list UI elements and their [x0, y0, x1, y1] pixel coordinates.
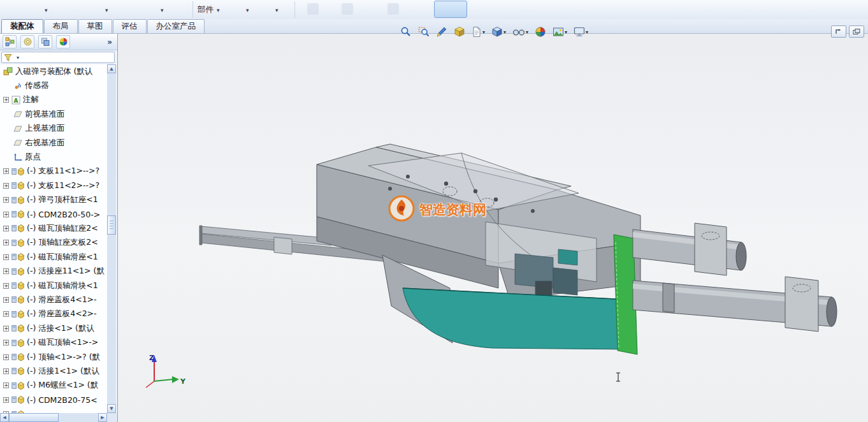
expand-icon[interactable]: +: [3, 354, 9, 360]
tree-item[interactable]: +(-) 滑座盖板4<2>-: [0, 307, 107, 321]
tree-item[interactable]: 原点: [0, 150, 107, 164]
feature-manager-tab[interactable]: [3, 35, 17, 48]
dropdown-arrow[interactable]: ▾: [275, 7, 278, 13]
expand-icon[interactable]: +: [3, 268, 9, 274]
zoom-to-area-icon[interactable]: [416, 22, 431, 41]
model-lower-cylinder[interactable]: [633, 277, 837, 331]
tree-item[interactable]: +(-) 磁瓦顶轴滑块<1: [0, 279, 107, 293]
tree-item[interactable]: 上视基准面: [0, 122, 107, 136]
model-upper-cylinder[interactable]: [633, 223, 746, 275]
expand-icon[interactable]: +: [3, 197, 9, 203]
tree-item[interactable]: +(-) 活接座11<1> (默: [0, 264, 107, 278]
chevron-down-icon[interactable]: ▾: [482, 29, 485, 35]
tab-评估[interactable]: 评估: [113, 19, 147, 33]
expand-icon[interactable]: +: [3, 397, 9, 403]
collapse-pane-button[interactable]: [831, 25, 846, 38]
tree-item[interactable]: +(-) 支板11<1>-->?: [0, 164, 107, 178]
expand-icon[interactable]: +: [3, 326, 9, 331]
part-icon: [11, 295, 24, 304]
tree-item[interactable]: 右视基准面: [0, 136, 107, 150]
expand-icon[interactable]: +: [3, 226, 9, 231]
section-view-icon[interactable]: [452, 22, 467, 41]
tab-布局[interactable]: 布局: [44, 19, 78, 33]
tree-item-label: 入磁弹弓装配体 (默认: [15, 66, 92, 77]
dropdown-arrow[interactable]: ▾: [161, 7, 164, 13]
expand-icon[interactable]: +: [3, 297, 9, 303]
ribbon-icon[interactable]: [342, 3, 353, 15]
view-settings-icon[interactable]: ▾: [572, 22, 590, 41]
graphics-viewport[interactable]: Z Y: [118, 34, 868, 422]
tree-item[interactable]: +(-) 活接<1> (默认: [0, 321, 107, 335]
tree-item[interactable]: +(-) 磁瓦顶轴滑座<1: [0, 250, 107, 264]
ribbon-icon[interactable]: [307, 3, 319, 15]
expand-icon[interactable]: +: [3, 183, 9, 189]
chevron-down-icon[interactable]: ▾: [565, 29, 567, 35]
chevron-down-icon[interactable]: ▾: [526, 29, 528, 35]
scroll-left-button[interactable]: ◀: [0, 413, 9, 422]
scrollbar-thumb[interactable]: [9, 413, 59, 422]
scroll-right-button[interactable]: ▶: [98, 413, 107, 422]
ribbon-icon[interactable]: [387, 3, 399, 15]
selection-filter[interactable]: ▾: [1, 52, 115, 63]
dropdown-arrow[interactable]: ▾: [217, 7, 220, 13]
dropdown-arrow[interactable]: ▾: [105, 7, 108, 13]
expand-icon[interactable]: +: [3, 254, 9, 260]
panel-overflow-chevron[interactable]: »: [107, 38, 112, 47]
expand-icon[interactable]: +: [3, 168, 9, 174]
hide-show-items-icon[interactable]: ▾: [510, 22, 530, 41]
tree-item[interactable]: +(-) 弹弓顶杆缸座<1: [0, 193, 107, 207]
tree-vertical-scrollbar[interactable]: ▲ ▼: [107, 64, 116, 413]
dropdown-arrow[interactable]: ▾: [45, 7, 48, 13]
part-icon: [11, 310, 24, 319]
tree-item[interactable]: 传感器: [0, 78, 107, 92]
expand-icon[interactable]: +: [3, 382, 9, 388]
model-base-plate[interactable]: [403, 288, 628, 349]
component-command-label[interactable]: 部件: [198, 4, 213, 15]
tab-办公室产品[interactable]: 办公室产品: [147, 19, 205, 33]
tree-item[interactable]: +(-) 活接1<1> (默认: [0, 364, 107, 378]
tree-item-label: (-) 磁瓦顶轴滑座<1: [27, 252, 98, 263]
tree-item[interactable]: +(-) M6螺丝<1> (默: [0, 379, 107, 393]
edit-appearance-icon[interactable]: [533, 22, 548, 41]
previous-view-icon[interactable]: [434, 22, 449, 41]
tree-item[interactable]: +(-) 滑座盖板4<1>-: [0, 293, 107, 307]
tree-item[interactable]: +(-) 顶轴缸座支板2<: [0, 236, 107, 250]
annotation-views-icon[interactable]: ▾: [470, 22, 487, 41]
part-icon: [11, 367, 24, 375]
split-view-button[interactable]: [849, 25, 864, 38]
chevron-down-icon[interactable]: ▾: [586, 29, 588, 35]
scroll-up-button[interactable]: ▲: [107, 64, 116, 73]
expand-icon[interactable]: +: [3, 97, 9, 103]
tree-item[interactable]: +(-) 磁瓦顶轴缸座2<: [0, 221, 107, 235]
display-manager-tab[interactable]: [56, 35, 70, 48]
zoom-to-fit-icon[interactable]: [398, 22, 414, 41]
tree-item[interactable]: +A注解: [0, 93, 107, 107]
tree-item[interactable]: +: [0, 407, 107, 413]
scroll-down-button[interactable]: ▼: [107, 404, 116, 413]
expand-icon[interactable]: +: [3, 240, 9, 245]
tree-item[interactable]: +(-) CDM2B20-75<: [0, 393, 107, 407]
tree-item[interactable]: +(-) CDM2B20-50->: [0, 207, 107, 221]
tree-item[interactable]: +(-) 顶轴<1>->? (默: [0, 350, 107, 364]
tab-装配体[interactable]: 装配体: [1, 19, 43, 33]
chevron-down-icon[interactable]: ▾: [503, 29, 506, 35]
apply-scene-icon[interactable]: ▾: [551, 22, 569, 41]
dropdown-arrow[interactable]: ▾: [246, 7, 249, 13]
tree-item[interactable]: 前视基准面: [0, 107, 107, 121]
expand-icon[interactable]: +: [3, 212, 9, 217]
view-orientation-icon[interactable]: ▾: [489, 22, 508, 41]
tree-horizontal-scrollbar[interactable]: ◀ ▶: [0, 413, 107, 422]
expand-icon[interactable]: +: [3, 368, 9, 374]
tree-item[interactable]: +(-) 支板11<2>-->?: [0, 178, 107, 193]
configuration-manager-tab[interactable]: [38, 35, 52, 48]
expand-icon[interactable]: +: [3, 311, 9, 317]
expand-icon[interactable]: +: [3, 283, 9, 289]
property-manager-tab[interactable]: [20, 35, 34, 48]
tab-草图[interactable]: 草图: [78, 19, 112, 33]
scrollbar-thumb[interactable]: [107, 215, 116, 235]
graphics-area[interactable]: Z Y: [118, 34, 868, 422]
expand-icon[interactable]: +: [3, 340, 9, 346]
tree-item[interactable]: 入磁弹弓装配体 (默认: [0, 64, 107, 78]
tree-item[interactable]: +(-) 磁瓦顶轴<1>->: [0, 335, 107, 349]
active-command-button[interactable]: [434, 1, 467, 18]
